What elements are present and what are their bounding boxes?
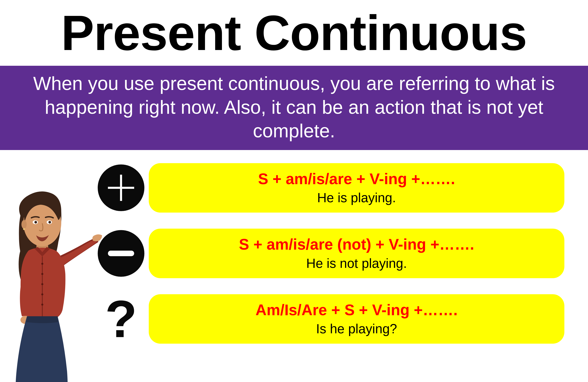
woman-illustration (3, 189, 102, 382)
svg-point-10 (41, 283, 43, 285)
negative-formula: S + am/is/are (not) + V-ing +……. (158, 234, 556, 254)
svg-point-9 (41, 273, 43, 275)
question-row: ? Am/Is/Are + S + V-ing +……. Is he playi… (93, 294, 588, 344)
page-title: Present Continuous (0, 0, 588, 61)
svg-point-3 (34, 221, 37, 223)
negative-box: S + am/is/are (not) + V-ing +……. He is n… (149, 229, 564, 278)
negative-row: S + am/is/are (not) + V-ing +……. He is n… (93, 229, 588, 278)
negative-example: He is not playing. (158, 256, 556, 271)
affirmative-formula: S + am/is/are + V-ing +……. (158, 169, 556, 189)
affirmative-row: S + am/is/are + V-ing +……. He is playing… (93, 163, 588, 213)
svg-point-6 (21, 220, 27, 229)
minus-icon (98, 230, 144, 277)
question-example: Is he playing? (158, 321, 556, 336)
question-formula: Am/Is/Are + S + V-ing +……. (158, 300, 556, 320)
subtitle-description: When you use present continuous, you are… (0, 66, 588, 150)
svg-point-12 (41, 303, 43, 306)
svg-point-8 (41, 263, 43, 265)
question-box: Am/Is/Are + S + V-ing +……. Is he playing… (149, 294, 564, 344)
affirmative-example: He is playing. (158, 190, 556, 205)
plus-icon (98, 164, 144, 211)
affirmative-box: S + am/is/are + V-ing +……. He is playing… (149, 163, 564, 213)
svg-point-7 (23, 228, 25, 230)
svg-point-11 (41, 293, 43, 295)
svg-point-5 (48, 221, 51, 223)
content-area: S + am/is/are + V-ing +……. He is playing… (0, 163, 588, 344)
question-icon: ? (105, 298, 137, 340)
